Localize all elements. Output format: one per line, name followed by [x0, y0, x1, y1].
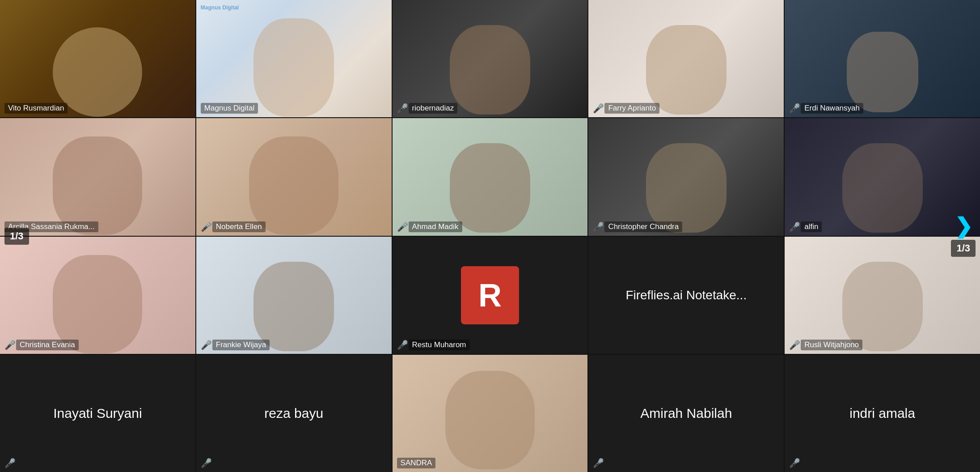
- page-indicator-left-text: 1/3: [10, 230, 24, 242]
- participant-cell-rio: 🎤 riobernadiaz: [393, 0, 588, 117]
- participant-name-alfin: alfin: [801, 221, 822, 232]
- right-nav-container: ❯ 1/3: [951, 216, 976, 257]
- participant-name-vito: Vito Rusmardian: [4, 103, 68, 114]
- participant-name-indri: indri amala: [849, 406, 915, 421]
- participant-cell-magnus: Magnus Digital Magnus Digital: [196, 0, 392, 117]
- participant-cell-erdi: 🎤 Erdi Nawansyah: [785, 0, 980, 117]
- participant-name-restu: Restu Muharom: [409, 340, 470, 350]
- page-indicator-right: 1/3: [951, 240, 976, 257]
- mute-icon-indri: 🎤: [789, 459, 800, 468]
- participant-name-sandra: SANDRA: [397, 458, 436, 468]
- page-indicator-left: 1/3: [4, 228, 29, 245]
- mute-icon-noberta: 🎤: [201, 222, 212, 231]
- participant-cell-reza: reza bayu 🎤: [196, 355, 392, 472]
- mute-icon-frankie: 🎤: [201, 340, 212, 349]
- participant-name-magnus: Magnus Digital: [201, 103, 258, 114]
- mute-icon-christina: 🎤: [4, 340, 16, 349]
- fireflies-label: Fireflies.ai Notetake...: [618, 281, 754, 310]
- video-call-container: Vito Rusmardian Magnus Digital Magnus Di…: [0, 0, 980, 472]
- participant-cell-restu: R 🎤 Restu Muharom: [393, 237, 588, 354]
- restu-initial: R: [478, 277, 502, 314]
- participant-name-reza: reza bayu: [264, 406, 323, 421]
- participant-cell-frankie: 🎤 Frankie Wijaya: [196, 237, 392, 354]
- participant-cell-indri: indri amala 🎤: [785, 355, 980, 472]
- participant-cell-vito: Vito Rusmardian: [0, 0, 195, 117]
- next-page-arrow[interactable]: ❯: [955, 216, 972, 237]
- participant-name-rusli: Rusli Witjahjono: [801, 340, 862, 350]
- participant-cell-inayati: Inayati Suryani 🎤: [0, 355, 195, 472]
- mute-icon-rusli: 🎤: [789, 340, 800, 349]
- participant-cell-christopher: 🎤 Christopher Chandra: [588, 118, 784, 235]
- participant-name-frankie: Frankie Wijaya: [212, 340, 270, 350]
- mute-icon-amirah: 🎤: [593, 459, 604, 468]
- mute-icon-restu: 🎤: [397, 340, 408, 349]
- mute-icon-rio: 🎤: [397, 104, 408, 113]
- mute-icon-inayati: 🎤: [4, 459, 16, 468]
- mute-icon-alfin: 🎤: [789, 222, 800, 231]
- participant-name-noberta: Noberta Ellen: [212, 221, 266, 232]
- participant-cell-fireflies: Fireflies.ai Notetake...: [588, 237, 784, 354]
- mute-icon-christopher: 🎤: [593, 222, 604, 231]
- participant-cell-noberta: 🎤 Noberta Ellen: [196, 118, 392, 235]
- participant-name-rio: riobernadiaz: [409, 103, 458, 114]
- participant-name-farry: Farry Aprianto: [604, 103, 659, 114]
- mute-icon-farry: 🎤: [593, 104, 604, 113]
- participant-grid: Vito Rusmardian Magnus Digital Magnus Di…: [0, 0, 980, 472]
- participant-cell-arcilla: Arcilla Sassania Rukma...: [0, 118, 195, 235]
- mute-icon-ahmad: 🎤: [397, 222, 408, 231]
- mute-icon-erdi: 🎤: [789, 104, 800, 113]
- mute-icon-reza: 🎤: [201, 459, 212, 468]
- participant-cell-christina: 🎤 Christina Evania: [0, 237, 195, 354]
- participant-name-erdi: Erdi Nawansyah: [801, 103, 863, 114]
- participant-cell-ahmad: 🎤 Ahmad Madik: [393, 118, 588, 235]
- participant-name-ahmad: Ahmad Madik: [409, 221, 462, 232]
- participant-name-christopher: Christopher Chandra: [604, 221, 682, 232]
- participant-cell-farry: 🎤 Farry Aprianto: [588, 0, 784, 117]
- participant-name-christina: Christina Evania: [16, 340, 79, 350]
- participant-name-inayati: Inayati Suryani: [53, 406, 142, 421]
- participant-name-amirah: Amirah Nabilah: [640, 406, 732, 421]
- participant-cell-sandra: SANDRA: [393, 355, 588, 472]
- participant-cell-amirah: Amirah Nabilah 🎤: [588, 355, 784, 472]
